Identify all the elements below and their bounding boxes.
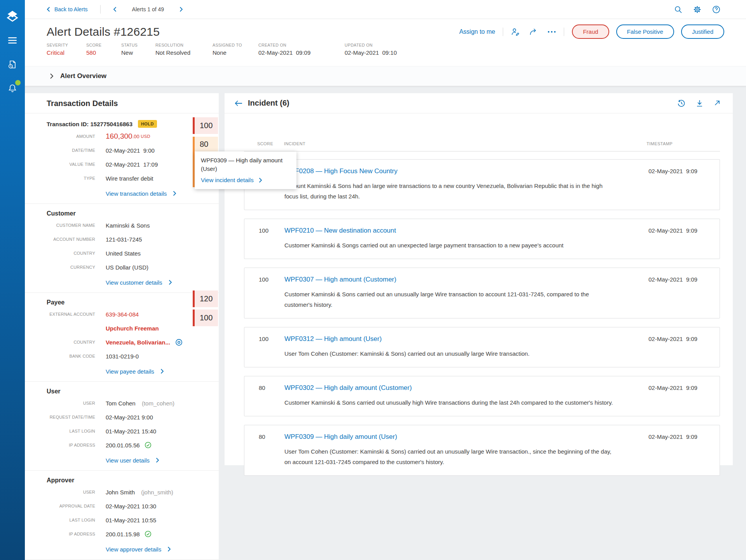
history-icon[interactable] (677, 99, 685, 107)
transaction-details-panel: Transaction Details Transaction ID: 1527… (25, 93, 219, 560)
incident-table-header: SCORE INCIDENT TIMESTAMP (244, 113, 720, 151)
score-flag[interactable]: 80WPF0309 — High daily amount (User)View… (193, 137, 218, 151)
field-text: 02-May-2021 10:30 (106, 503, 156, 510)
transaction-id: Transaction ID: 1527750416863 (47, 121, 132, 127)
assign-user-icon[interactable] (511, 28, 520, 36)
meta-label: CREATED ON (258, 43, 345, 47)
score-flag-value: 120 (195, 290, 218, 307)
section-transaction: Transaction ID: 1527750416863HOLDAMOUNT1… (25, 113, 219, 204)
incident-row: 80WPF0309 — High daily amount (User)02-M… (244, 425, 720, 476)
forward-arrow-icon[interactable] (529, 28, 538, 36)
back-to-alerts-link[interactable]: Back to Alerts (47, 6, 88, 12)
meta-value: None (213, 49, 258, 56)
meta-label: SEVERITY (47, 43, 86, 47)
tooltip-title: WPF0309 — High daily amount (User) (201, 156, 290, 173)
audit-document-icon[interactable] (5, 57, 19, 71)
incident-title-link[interactable]: WPF0312 — High amount (User) (284, 335, 382, 343)
score-flag[interactable]: 120 (193, 290, 218, 307)
incident-panel: Incident (6) SCORE INCIDE (225, 93, 733, 465)
field-value: 160,300.00 USD (106, 132, 150, 141)
more-options-icon[interactable] (547, 31, 556, 33)
page-header: Back to Alerts Alerts 1 of 49 (25, 0, 746, 66)
justified-button[interactable]: Justified (681, 24, 724, 39)
field-value: 02-May-2021 9:00 (106, 414, 153, 421)
field-row: CURRENCYUS Dollar (USD) (25, 260, 219, 274)
section-user: UserUSERTom Cohen (tom_cohen)REQUEST DAT… (25, 382, 219, 471)
view-customer-details-link[interactable]: View customer details (106, 277, 219, 287)
meta-item: SCORE580 (86, 43, 121, 56)
score-flag[interactable]: 100 (193, 310, 218, 326)
gear-icon[interactable] (693, 5, 701, 14)
field-label: CURRENCY (25, 265, 95, 270)
field-value: Wire transfer debit (106, 175, 153, 182)
meta-item: ASSIGNED TONone (213, 43, 258, 56)
chevron-right-icon (173, 191, 176, 196)
incident-title-link[interactable]: WPF0208 — High Focus New Country (284, 167, 397, 176)
section-customer: CustomerCUSTOMER NAMEKaminski & SonsACCO… (25, 204, 219, 293)
field-label: EXTERNAL ACCOUNT (25, 312, 95, 317)
false-positive-button[interactable]: False Positive (616, 24, 674, 39)
incident-title-link[interactable]: WPF0307 — High amount (Customer) (284, 275, 396, 284)
field-text: US Dollar (USD) (106, 264, 148, 271)
incident-title-link[interactable]: WPF0309 — High daily amount (User) (284, 433, 397, 441)
field-row: APPROVAL DATE02-May-2021 10:30 (25, 499, 219, 513)
incident-title-link[interactable]: WPF0210 — New destination account (284, 226, 396, 235)
field-label: LAST LOGIN (25, 429, 95, 433)
incident-timestamp: 02-May-2021 9:09 (648, 276, 697, 283)
chevron-right-icon (259, 177, 262, 183)
section-heading: Approver (25, 477, 219, 484)
field-row: AMOUNT160,300.00 USD (25, 129, 219, 143)
incident-title-link[interactable]: WPF0302 — High daily amount (Customer) (284, 384, 412, 392)
score-flag-value: 100 (195, 117, 218, 134)
column-score: SCORE (257, 141, 273, 146)
incident-timestamp: 02-May-2021 9:09 (648, 384, 697, 391)
field-value: 121-031-7245 (106, 236, 142, 243)
incident-score: 100 (259, 276, 268, 283)
view-user-details-link[interactable]: View user details (106, 455, 219, 465)
view-transaction-details-link[interactable]: View transaction details (106, 188, 219, 198)
field-value: 1031-0219-0 (106, 353, 139, 360)
meta-label: ASSIGNED TO (213, 43, 258, 47)
field-row: TYPEWire transfer debit (25, 171, 219, 185)
amount-currency: USD (139, 134, 150, 139)
column-incident: INCIDENT (284, 141, 305, 146)
field-row: USERJohn Smith (john_smith) (25, 485, 219, 499)
field-value: John Smith (john_smith) (106, 489, 173, 496)
open-in-new-icon[interactable] (714, 99, 721, 107)
chevron-right-icon (50, 73, 54, 79)
eye-icon[interactable] (175, 338, 183, 346)
assign-to-me-link[interactable]: Assign to me (459, 28, 495, 35)
download-icon[interactable] (696, 99, 703, 107)
back-arrow-icon[interactable] (235, 100, 242, 106)
field-text: United States (106, 250, 141, 257)
menu-hamburger-icon[interactable] (5, 33, 19, 47)
score-flag[interactable]: 100 (193, 117, 218, 134)
fraud-button[interactable]: Fraud (572, 24, 609, 39)
field-label: ACCOUNT NUMBER (25, 237, 95, 242)
alert-overview-toggle[interactable]: Alert Overview (25, 66, 746, 86)
field-row: CUSTOMER NAMEKaminski & Sons (25, 218, 219, 232)
field-label: CUSTOMER NAME (25, 223, 95, 228)
page-title: Alert Details #126215 (47, 25, 160, 38)
hold-badge: HOLD (138, 120, 157, 128)
help-icon[interactable] (712, 5, 720, 14)
next-alert-icon[interactable] (180, 7, 183, 12)
view-incident-details-link[interactable]: View incident details (201, 177, 290, 183)
alert-overview-label: Alert Overview (60, 72, 106, 80)
view-approver-details-link[interactable]: View approver details (106, 544, 219, 554)
sidebar (0, 0, 25, 560)
field-label: DATE/TIME (25, 148, 95, 153)
notifications-bell-icon[interactable] (5, 82, 19, 96)
flag-bar (193, 117, 195, 134)
field-row: COUNTRYVenezuela, Bolivarian... (25, 335, 219, 349)
title-row: Alert Details #126215 Assign to me (25, 19, 746, 39)
meta-label: RESOLUTION (155, 43, 213, 47)
alert-actions: Assign to me (459, 24, 724, 39)
prev-alert-icon[interactable] (113, 7, 117, 12)
search-icon[interactable] (674, 5, 682, 14)
view-payee-details-link[interactable]: View payee details (106, 366, 219, 376)
chevron-right-icon (167, 546, 171, 552)
notification-dot (15, 80, 21, 85)
section-heading: Customer (25, 210, 219, 217)
view-link-label: View transaction details (106, 190, 167, 197)
